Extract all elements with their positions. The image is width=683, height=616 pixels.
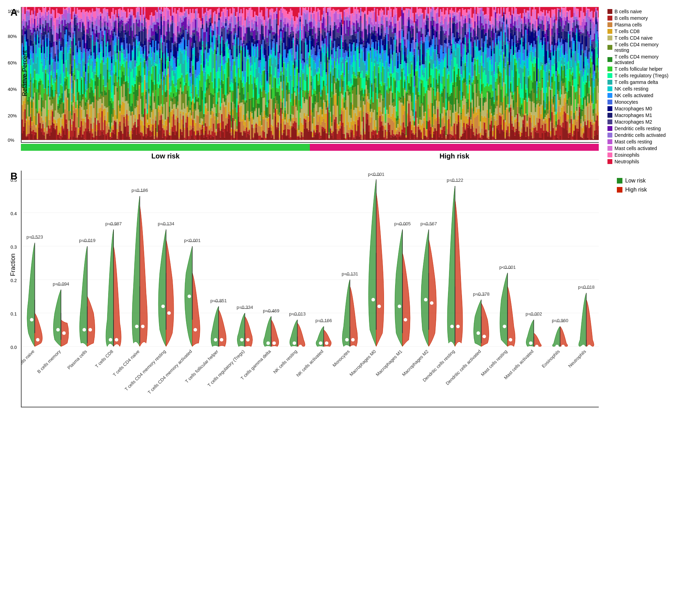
svg-rect-1182 bbox=[95, 67, 96, 72]
svg-rect-4316 bbox=[290, 9, 291, 21]
svg-rect-8583 bbox=[557, 12, 558, 17]
svg-rect-7989 bbox=[520, 14, 521, 15]
svg-rect-4688 bbox=[313, 14, 315, 20]
svg-rect-1838 bbox=[136, 89, 137, 100]
svg-rect-1815 bbox=[134, 106, 136, 108]
svg-rect-9119 bbox=[591, 101, 593, 103]
svg-rect-4137 bbox=[279, 28, 280, 30]
svg-rect-6887 bbox=[451, 36, 452, 44]
svg-rect-7000 bbox=[458, 11, 459, 15]
svg-rect-3969 bbox=[269, 99, 271, 100]
svg-rect-4509 bbox=[303, 40, 304, 58]
svg-rect-2591 bbox=[183, 38, 184, 50]
svg-rect-3082 bbox=[213, 28, 214, 30]
svg-rect-2850 bbox=[199, 105, 201, 112]
svg-rect-164 bbox=[31, 121, 33, 122]
svg-rect-4581 bbox=[306, 7, 308, 10]
svg-rect-1258 bbox=[99, 8, 100, 14]
svg-rect-1226 bbox=[97, 55, 99, 58]
svg-rect-5802 bbox=[384, 67, 385, 69]
svg-rect-7776 bbox=[507, 104, 509, 109]
svg-rect-6282 bbox=[414, 122, 415, 125]
svg-rect-962 bbox=[81, 76, 82, 77]
svg-rect-3899 bbox=[264, 7, 265, 20]
svg-rect-3580 bbox=[245, 83, 246, 84]
svg-rect-8006 bbox=[521, 29, 523, 33]
svg-rect-4324 bbox=[291, 106, 293, 106]
svg-rect-8022 bbox=[523, 72, 524, 98]
svg-rect-3788 bbox=[257, 16, 258, 16]
svg-rect-9131 bbox=[591, 24, 593, 40]
svg-rect-7474 bbox=[488, 57, 489, 70]
svg-rect-5228 bbox=[348, 81, 349, 85]
svg-rect-5428 bbox=[360, 48, 362, 58]
svg-rect-8979 bbox=[582, 11, 583, 22]
svg-rect-899 bbox=[77, 48, 78, 52]
svg-rect-6909 bbox=[452, 15, 454, 18]
svg-rect-5691 bbox=[377, 64, 378, 87]
svg-rect-6826 bbox=[448, 134, 449, 140]
svg-rect-3386 bbox=[232, 57, 234, 58]
svg-rect-85 bbox=[26, 30, 27, 41]
x-axis-label: Mast cells activated bbox=[503, 349, 535, 381]
svg-rect-6984 bbox=[458, 114, 459, 114]
svg-rect-545 bbox=[55, 78, 56, 78]
svg-rect-4124 bbox=[279, 116, 280, 130]
svg-rect-3686 bbox=[251, 98, 253, 111]
svg-rect-8067 bbox=[525, 68, 527, 84]
svg-rect-4456 bbox=[300, 87, 301, 106]
svg-rect-815 bbox=[71, 33, 73, 41]
svg-rect-650 bbox=[62, 93, 63, 102]
svg-rect-7494 bbox=[489, 60, 491, 85]
svg-rect-641 bbox=[60, 18, 62, 21]
svg-rect-3322 bbox=[228, 28, 229, 29]
svg-rect-5560 bbox=[368, 51, 370, 52]
svg-rect-7286 bbox=[476, 14, 477, 23]
svg-rect-1070 bbox=[88, 63, 89, 65]
svg-rect-7450 bbox=[487, 83, 488, 83]
svg-rect-2721 bbox=[191, 92, 192, 94]
svg-rect-7980 bbox=[520, 64, 521, 67]
svg-rect-338 bbox=[42, 122, 44, 124]
svg-rect-455 bbox=[49, 94, 50, 97]
svg-rect-7661 bbox=[499, 7, 501, 14]
svg-rect-1443 bbox=[111, 98, 112, 103]
svg-rect-4167 bbox=[282, 118, 283, 133]
svg-rect-2776 bbox=[194, 13, 195, 18]
svg-rect-8805 bbox=[571, 7, 572, 17]
svg-rect-6253 bbox=[411, 7, 413, 7]
svg-rect-3755 bbox=[256, 69, 257, 79]
svg-rect-7732 bbox=[505, 120, 506, 122]
svg-rect-6425 bbox=[422, 29, 423, 34]
svg-rect-402 bbox=[46, 134, 48, 140]
svg-rect-7621 bbox=[498, 95, 499, 104]
svg-rect-1206 bbox=[96, 37, 97, 40]
svg-rect-4879 bbox=[326, 75, 327, 75]
legend-b-low-risk-label: Low risk bbox=[625, 178, 646, 184]
svg-rect-8412 bbox=[547, 131, 549, 132]
svg-rect-3527 bbox=[242, 135, 243, 136]
svg-rect-6753 bbox=[443, 31, 444, 52]
svg-rect-5218 bbox=[346, 9, 348, 12]
svg-rect-3724 bbox=[254, 134, 256, 140]
svg-rect-2516 bbox=[179, 137, 180, 139]
svg-rect-3074 bbox=[213, 52, 214, 54]
svg-rect-1553 bbox=[118, 52, 119, 77]
svg-rect-2659 bbox=[187, 45, 188, 46]
svg-rect-2890 bbox=[202, 124, 203, 125]
svg-rect-1982 bbox=[144, 16, 146, 17]
svg-rect-1518 bbox=[115, 21, 117, 30]
svg-rect-1699 bbox=[126, 7, 128, 17]
svg-rect-5920 bbox=[390, 16, 392, 21]
svg-rect-1004 bbox=[84, 66, 85, 72]
svg-rect-8303 bbox=[540, 114, 542, 119]
svg-rect-6954 bbox=[455, 15, 456, 16]
svg-rect-8796 bbox=[571, 57, 572, 59]
svg-rect-8981 bbox=[582, 7, 583, 7]
svg-rect-7514 bbox=[491, 98, 492, 106]
svg-rect-3654 bbox=[249, 21, 250, 24]
svg-rect-1990 bbox=[146, 103, 147, 114]
svg-rect-8961 bbox=[582, 138, 583, 138]
svg-rect-131 bbox=[29, 29, 30, 46]
svg-rect-8325 bbox=[542, 105, 543, 117]
